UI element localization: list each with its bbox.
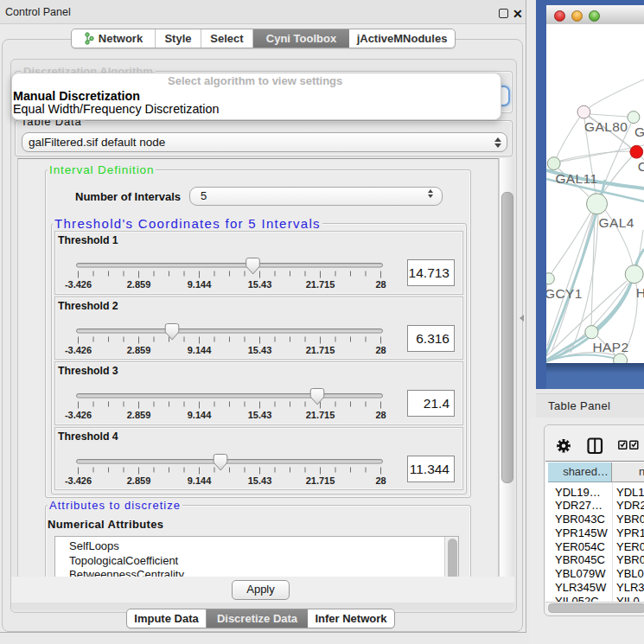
svg-text:2.859: 2.859 [126, 345, 150, 355]
svg-text:HAP2: HAP2 [592, 340, 628, 354]
svg-text:15.43: 15.43 [247, 279, 271, 290]
svg-text:C: C [638, 159, 644, 174]
svg-text:15.43: 15.43 [247, 410, 271, 420]
svg-text:2.859: 2.859 [126, 475, 150, 486]
svg-text:21.715: 21.715 [305, 475, 335, 486]
svg-text:28: 28 [375, 475, 386, 486]
svg-text:9.144: 9.144 [187, 410, 211, 420]
svg-text:28: 28 [375, 410, 386, 420]
svg-text:GAL80: GAL80 [584, 119, 628, 134]
svg-text:-3.426: -3.426 [64, 345, 91, 355]
svg-text:GAL11: GAL11 [555, 171, 597, 186]
svg-text:15.43: 15.43 [247, 345, 271, 355]
svg-text:-3.426: -3.426 [64, 410, 91, 420]
svg-text:9.144: 9.144 [187, 345, 211, 355]
svg-text:H: H [636, 285, 644, 300]
svg-text:21.715: 21.715 [305, 279, 335, 290]
svg-text:GA: GA [634, 124, 644, 139]
svg-text:-3.426: -3.426 [64, 475, 91, 486]
svg-text:21.715: 21.715 [305, 410, 335, 420]
svg-text:15.43: 15.43 [247, 475, 271, 486]
svg-text:28: 28 [375, 345, 386, 355]
svg-text:GAL4: GAL4 [599, 215, 634, 230]
svg-text:GCY1: GCY1 [546, 286, 583, 301]
svg-text:2.859: 2.859 [126, 279, 150, 290]
svg-text:-3.426: -3.426 [64, 279, 91, 290]
svg-text:21.715: 21.715 [305, 345, 335, 355]
svg-text:28: 28 [375, 279, 386, 290]
svg-text:9.144: 9.144 [187, 279, 211, 290]
svg-text:2.859: 2.859 [126, 410, 150, 420]
svg-text:9.144: 9.144 [187, 475, 211, 486]
